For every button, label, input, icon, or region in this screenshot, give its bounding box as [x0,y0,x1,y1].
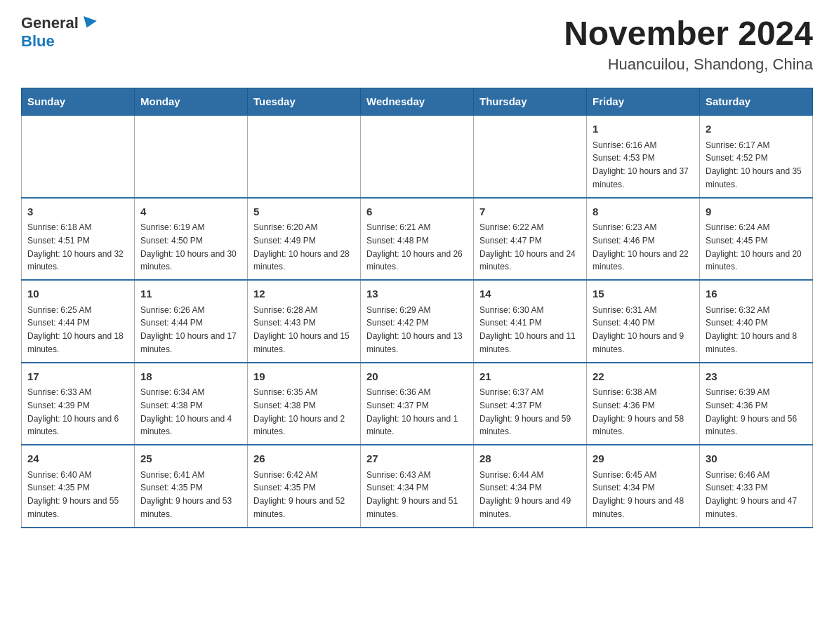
day-info: Sunrise: 6:29 AM Sunset: 4:42 PM Dayligh… [366,305,463,354]
day-info: Sunrise: 6:43 AM Sunset: 4:34 PM Dayligh… [366,470,458,519]
calendar-cell: 9Sunrise: 6:24 AM Sunset: 4:45 PM Daylig… [700,198,813,281]
calendar-cell: 8Sunrise: 6:23 AM Sunset: 4:46 PM Daylig… [587,198,700,281]
day-number: 7 [479,204,581,220]
calendar-cell: 3Sunrise: 6:18 AM Sunset: 4:51 PM Daylig… [22,198,135,281]
weekday-header-thursday: Thursday [474,88,587,116]
day-info: Sunrise: 6:41 AM Sunset: 4:35 PM Dayligh… [140,470,232,519]
day-number: 1 [593,121,694,137]
calendar-cell: 6Sunrise: 6:21 AM Sunset: 4:48 PM Daylig… [361,198,474,281]
day-info: Sunrise: 6:18 AM Sunset: 4:51 PM Dayligh… [27,222,124,271]
day-number: 18 [140,369,241,385]
day-number: 27 [366,451,468,467]
calendar-week-row: 17Sunrise: 6:33 AM Sunset: 4:39 PM Dayli… [22,363,813,445]
day-number: 10 [27,286,128,302]
day-number: 4 [140,204,241,220]
day-number: 15 [593,286,694,302]
day-number: 8 [593,204,694,220]
calendar-cell: 4Sunrise: 6:19 AM Sunset: 4:50 PM Daylig… [135,198,248,281]
calendar-week-row: 3Sunrise: 6:18 AM Sunset: 4:51 PM Daylig… [22,198,813,281]
day-number: 30 [706,451,807,467]
day-number: 20 [366,369,468,385]
day-info: Sunrise: 6:33 AM Sunset: 4:39 PM Dayligh… [27,387,119,436]
calendar-cell: 2Sunrise: 6:17 AM Sunset: 4:52 PM Daylig… [700,115,813,198]
weekday-header-tuesday: Tuesday [248,88,361,116]
calendar-cell: 29Sunrise: 6:45 AM Sunset: 4:34 PM Dayli… [587,445,700,528]
day-info: Sunrise: 6:26 AM Sunset: 4:44 PM Dayligh… [140,305,237,354]
day-info: Sunrise: 6:39 AM Sunset: 4:36 PM Dayligh… [706,387,797,436]
calendar-cell: 7Sunrise: 6:22 AM Sunset: 4:47 PM Daylig… [474,198,587,281]
weekday-header-wednesday: Wednesday [361,88,474,116]
calendar-cell: 21Sunrise: 6:37 AM Sunset: 4:37 PM Dayli… [474,363,587,445]
weekday-header-friday: Friday [587,88,700,116]
calendar-cell [361,115,474,198]
day-info: Sunrise: 6:17 AM Sunset: 4:52 PM Dayligh… [706,140,802,189]
day-number: 6 [366,204,468,220]
calendar-cell [22,115,135,198]
page-header: General Blue November 2024 Huancuilou, S… [21,14,813,74]
day-info: Sunrise: 6:22 AM Sunset: 4:47 PM Dayligh… [479,222,576,271]
calendar-cell [135,115,248,198]
calendar-cell: 11Sunrise: 6:26 AM Sunset: 4:44 PM Dayli… [135,280,248,363]
month-title: November 2024 [564,14,813,53]
calendar-header-row: SundayMondayTuesdayWednesdayThursdayFrid… [22,88,813,116]
day-info: Sunrise: 6:31 AM Sunset: 4:40 PM Dayligh… [593,305,684,354]
day-info: Sunrise: 6:32 AM Sunset: 4:40 PM Dayligh… [706,305,797,354]
calendar-cell: 15Sunrise: 6:31 AM Sunset: 4:40 PM Dayli… [587,280,700,363]
calendar-week-row: 24Sunrise: 6:40 AM Sunset: 4:35 PM Dayli… [22,445,813,528]
day-number: 26 [253,451,355,467]
calendar-cell: 28Sunrise: 6:44 AM Sunset: 4:34 PM Dayli… [474,445,587,528]
calendar-table: SundayMondayTuesdayWednesdayThursdayFrid… [21,88,813,528]
weekday-header-sunday: Sunday [22,88,135,116]
calendar-cell: 22Sunrise: 6:38 AM Sunset: 4:36 PM Dayli… [587,363,700,445]
calendar-cell: 13Sunrise: 6:29 AM Sunset: 4:42 PM Dayli… [361,280,474,363]
day-info: Sunrise: 6:37 AM Sunset: 4:37 PM Dayligh… [479,387,571,436]
calendar-cell: 14Sunrise: 6:30 AM Sunset: 4:41 PM Dayli… [474,280,587,363]
day-number: 28 [479,451,581,467]
day-info: Sunrise: 6:28 AM Sunset: 4:43 PM Dayligh… [253,305,350,354]
day-info: Sunrise: 6:40 AM Sunset: 4:35 PM Dayligh… [27,470,119,519]
day-number: 24 [27,451,128,467]
day-info: Sunrise: 6:23 AM Sunset: 4:46 PM Dayligh… [593,222,689,271]
day-info: Sunrise: 6:34 AM Sunset: 4:38 PM Dayligh… [140,387,232,436]
title-area: November 2024 Huancuilou, Shandong, Chin… [564,14,813,74]
calendar-cell [474,115,587,198]
day-info: Sunrise: 6:21 AM Sunset: 4:48 PM Dayligh… [366,222,463,271]
day-info: Sunrise: 6:38 AM Sunset: 4:36 PM Dayligh… [593,387,684,436]
day-info: Sunrise: 6:44 AM Sunset: 4:34 PM Dayligh… [479,470,571,519]
calendar-cell: 26Sunrise: 6:42 AM Sunset: 4:35 PM Dayli… [248,445,361,528]
day-number: 25 [140,451,241,467]
calendar-cell: 23Sunrise: 6:39 AM Sunset: 4:36 PM Dayli… [700,363,813,445]
calendar-cell: 1Sunrise: 6:16 AM Sunset: 4:53 PM Daylig… [587,115,700,198]
day-number: 19 [253,369,355,385]
logo-general-text: General [21,14,79,32]
day-info: Sunrise: 6:16 AM Sunset: 4:53 PM Dayligh… [593,140,689,189]
calendar-cell: 20Sunrise: 6:36 AM Sunset: 4:37 PM Dayli… [361,363,474,445]
calendar-cell: 5Sunrise: 6:20 AM Sunset: 4:49 PM Daylig… [248,198,361,281]
day-number: 22 [593,369,694,385]
day-info: Sunrise: 6:45 AM Sunset: 4:34 PM Dayligh… [593,470,684,519]
calendar-cell: 10Sunrise: 6:25 AM Sunset: 4:44 PM Dayli… [22,280,135,363]
calendar-cell: 18Sunrise: 6:34 AM Sunset: 4:38 PM Dayli… [135,363,248,445]
calendar-cell: 16Sunrise: 6:32 AM Sunset: 4:40 PM Dayli… [700,280,813,363]
logo: General Blue [21,14,95,51]
calendar-week-row: 10Sunrise: 6:25 AM Sunset: 4:44 PM Dayli… [22,280,813,363]
calendar-cell: 17Sunrise: 6:33 AM Sunset: 4:39 PM Dayli… [22,363,135,445]
day-info: Sunrise: 6:36 AM Sunset: 4:37 PM Dayligh… [366,387,458,436]
day-number: 21 [479,369,581,385]
calendar-cell: 25Sunrise: 6:41 AM Sunset: 4:35 PM Dayli… [135,445,248,528]
logo-blue-text: Blue [21,32,55,51]
day-info: Sunrise: 6:30 AM Sunset: 4:41 PM Dayligh… [479,305,576,354]
day-number: 17 [27,369,128,385]
day-info: Sunrise: 6:24 AM Sunset: 4:45 PM Dayligh… [706,222,802,271]
calendar-cell: 24Sunrise: 6:40 AM Sunset: 4:35 PM Dayli… [22,445,135,528]
calendar-week-row: 1Sunrise: 6:16 AM Sunset: 4:53 PM Daylig… [22,115,813,198]
day-number: 9 [706,204,807,220]
day-number: 29 [593,451,694,467]
day-number: 14 [479,286,581,302]
day-number: 23 [706,369,807,385]
weekday-header-saturday: Saturday [700,88,813,116]
day-number: 12 [253,286,355,302]
day-info: Sunrise: 6:25 AM Sunset: 4:44 PM Dayligh… [27,305,124,354]
location-text: Huancuilou, Shandong, China [564,55,813,74]
day-number: 16 [706,286,807,302]
